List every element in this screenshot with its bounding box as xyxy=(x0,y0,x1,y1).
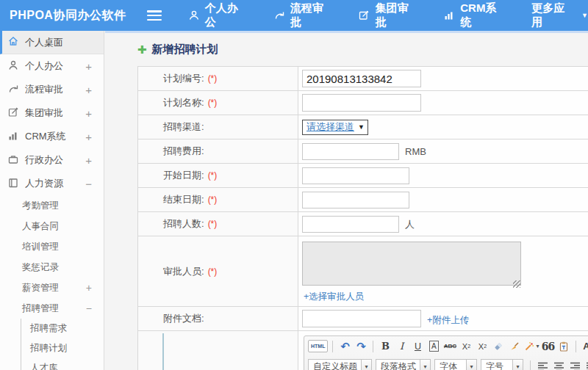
expand-plus-icon[interactable]: + xyxy=(85,154,92,167)
nav-label: 流程审批 xyxy=(290,1,334,29)
nav-personal-office[interactable]: 个人办公 xyxy=(188,1,248,29)
italic-button[interactable]: I xyxy=(394,339,409,354)
sidebar-item-workflow-approval[interactable]: 流程审批 + xyxy=(0,78,104,101)
start-date-input[interactable] xyxy=(302,167,409,184)
align-right-icon[interactable] xyxy=(567,359,582,370)
recruit-submenu: 招聘需求 招聘计划 人才库 xyxy=(21,319,104,370)
page-title-text: 新增招聘计划 xyxy=(152,43,218,57)
html-source-button[interactable]: HTML xyxy=(308,340,328,352)
sidebar-item-crm[interactable]: CRM系统 + xyxy=(0,125,104,148)
redo-button[interactable]: ↷ xyxy=(354,339,368,354)
row-content-editor: HTML ↶ ↷ B I U A ABC X2 X2 ▾ xyxy=(138,331,588,370)
align-left-icon[interactable] xyxy=(535,359,550,370)
subscript-button[interactable]: X2 xyxy=(475,339,490,354)
main-content: ✚ 新增招聘计划 计划编号:(*) 计划名称:(*) 招聘渠道: 请选择渠道 ▼… xyxy=(105,31,588,370)
autotypeset-wand-icon[interactable]: ▾ xyxy=(523,339,539,354)
home-icon xyxy=(7,35,25,49)
required-mark: (*) xyxy=(208,98,218,108)
menu-toggle-icon[interactable] xyxy=(147,10,162,21)
required-mark: (*) xyxy=(208,266,218,277)
sidebar-item-hr-contract[interactable]: 人事合同 xyxy=(0,216,104,236)
field-label: 招聘渠道: xyxy=(163,121,204,132)
row-plan-number: 计划编号:(*) xyxy=(138,67,588,91)
app-brand[interactable]: PHPOA协同办公软件 xyxy=(0,8,140,23)
strikethrough-button[interactable]: ABC xyxy=(442,339,457,354)
required-mark: (*) xyxy=(208,195,218,205)
sidebar-item-label: 集团审批 xyxy=(25,106,63,120)
nav-more-apps[interactable]: 更多应用 ▼ xyxy=(531,1,588,29)
topbar: PHPOA协同办公软件 个人办公 流程审批 集团审批 CRM系统 更多应用 ▼ xyxy=(0,0,588,31)
sidebar-item-label: 个人桌面 xyxy=(25,36,63,49)
superscript-button[interactable]: X2 xyxy=(459,339,473,354)
sidebar-item-rewards[interactable]: 奖惩记录 xyxy=(0,257,104,278)
attachment-input[interactable] xyxy=(302,310,421,327)
eraser-button[interactable] xyxy=(491,339,506,354)
sidebar-item-salary[interactable]: 薪资管理+ xyxy=(0,278,104,298)
sidebar-item-personal-desktop[interactable]: 个人桌面 xyxy=(0,31,104,54)
underline-button[interactable]: U xyxy=(410,339,425,354)
attachment-upload-link[interactable]: +附件上传 xyxy=(427,315,469,325)
sidebar-item-admin-office[interactable]: 行政办公 + xyxy=(0,148,104,172)
editor-left-rule xyxy=(162,333,164,370)
top-navigation: 个人办公 流程审批 集团审批 CRM系统 更多应用 ▼ xyxy=(188,1,588,29)
sidebar-item-recruit-plan[interactable]: 招聘计划 xyxy=(21,338,104,358)
font-size-select[interactable]: 字号▾ xyxy=(481,359,523,370)
sidebar-item-label: 奖惩记录 xyxy=(22,261,59,274)
expand-plus-icon[interactable]: + xyxy=(86,282,92,294)
sidebar-item-label: 考勤管理 xyxy=(22,200,59,212)
expand-plus-icon[interactable]: + xyxy=(85,107,92,120)
plan-name-input[interactable] xyxy=(302,94,421,112)
sidebar-item-recruit-demand[interactable]: 招聘需求 xyxy=(21,319,104,338)
nav-group-approval[interactable]: 集团审批 xyxy=(358,1,418,29)
paste-button[interactable] xyxy=(556,339,571,354)
font-color-button[interactable]: A▾ xyxy=(581,339,588,354)
paragraph-format-select[interactable]: 段落格式▾ xyxy=(376,359,431,370)
field-label: 开始日期: xyxy=(163,170,204,181)
edit-square-icon xyxy=(7,106,25,120)
unit-suffix: 人 xyxy=(405,219,415,230)
blockquote-button[interactable]: 66 xyxy=(540,339,555,354)
align-center-icon[interactable] xyxy=(551,359,566,370)
nav-workflow-approval[interactable]: 流程审批 xyxy=(273,1,334,29)
nav-crm-system[interactable]: CRM系统 xyxy=(443,1,506,29)
field-label: 结束日期: xyxy=(163,194,204,205)
person-icon xyxy=(188,10,200,21)
choose-approvers-link[interactable]: +选择审批人员 xyxy=(304,291,588,303)
sidebar-item-group-approval[interactable]: 集团审批 + xyxy=(0,101,104,125)
format-brush-icon[interactable] xyxy=(507,339,522,354)
sidebar-item-attendance[interactable]: 考勤管理 xyxy=(0,195,104,216)
editor-toolbar-row-2: 自定义标题▾ 段落格式▾ 字体▾ 字号▾ xyxy=(304,356,588,370)
nav-label: 个人办公 xyxy=(205,1,248,29)
resize-grip-icon[interactable] xyxy=(513,280,520,288)
sidebar-item-talent-pool[interactable]: 人才库 xyxy=(21,358,104,370)
sidebar-item-recruit-mgmt[interactable]: 招聘管理− xyxy=(0,298,104,319)
custom-heading-select[interactable]: 自定义标题▾ xyxy=(308,359,372,370)
sidebar-item-label: 招聘管理 xyxy=(22,302,59,315)
recruit-count-input[interactable] xyxy=(302,216,399,233)
editor-toolbar-row-1: HTML ↶ ↷ B I U A ABC X2 X2 ▾ xyxy=(304,336,588,356)
bold-button[interactable]: B xyxy=(378,339,392,354)
sidebar-item-training[interactable]: 培训管理 xyxy=(0,236,104,257)
required-mark: (*) xyxy=(208,170,218,181)
sidebar-item-personal-office[interactable]: 个人办公 + xyxy=(0,54,104,78)
channel-select[interactable]: 请选择渠道 ▼ xyxy=(302,120,368,135)
expand-plus-icon[interactable]: + xyxy=(85,131,92,143)
chevron-down-icon: ▾ xyxy=(420,360,430,370)
expand-plus-icon[interactable]: + xyxy=(85,84,92,96)
end-date-input[interactable] xyxy=(302,192,409,208)
font-family-select[interactable]: 字体▾ xyxy=(434,359,477,370)
undo-button[interactable]: ↶ xyxy=(337,339,352,354)
recruit-cost-input[interactable] xyxy=(302,143,399,160)
sidebar-item-label: 招聘计划 xyxy=(30,342,67,355)
collapse-minus-icon[interactable]: − xyxy=(85,178,92,190)
collapse-minus-icon[interactable]: − xyxy=(86,302,92,314)
approvers-textarea[interactable] xyxy=(302,242,521,286)
field-label: 招聘费用: xyxy=(163,145,204,156)
expand-plus-icon[interactable]: + xyxy=(85,60,92,73)
chevron-down-icon: ▾ xyxy=(361,360,371,370)
align-justify-icon[interactable] xyxy=(584,359,588,370)
sidebar-item-hr[interactable]: 人力资源 − xyxy=(0,172,104,195)
font-border-button[interactable]: A xyxy=(426,339,441,354)
bar-chart-icon xyxy=(443,10,455,21)
plan-number-input[interactable] xyxy=(302,70,421,87)
